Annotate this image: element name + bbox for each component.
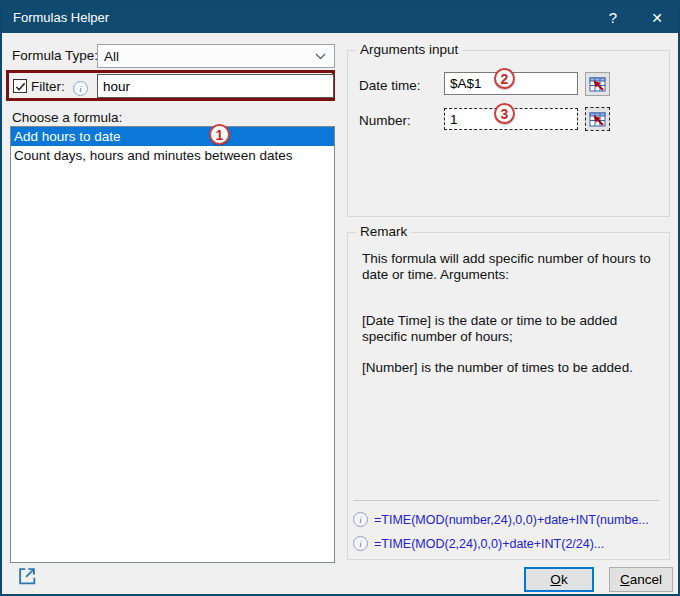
close-icon[interactable]: ✕ — [642, 2, 672, 33]
remark-paragraph: This formula will add specific number of… — [362, 251, 661, 283]
step-badge-2: 2 — [494, 68, 515, 89]
remark-text: This formula will add specific number of… — [362, 251, 661, 406]
remark-group-label: Remark — [356, 224, 411, 239]
formula-type-label: Formula Type: — [12, 48, 98, 63]
formulas-helper-dialog: Formulas Helper ? ✕ Formula Type: All Fi… — [0, 0, 680, 596]
list-item-add-hours[interactable]: Add hours to date — [11, 127, 334, 146]
formula-text: =TIME(MOD(number,24),0,0)+date+INT(numbe… — [374, 513, 649, 527]
remark-paragraph: [Date Time] is the date or time to be ad… — [362, 313, 661, 345]
formula-listbox[interactable]: Add hours to date Count days, hours and … — [10, 126, 335, 563]
formula-type-select[interactable]: All — [97, 44, 335, 68]
share-button[interactable] — [14, 564, 40, 590]
filter-input[interactable] — [97, 74, 334, 98]
divider — [353, 500, 659, 501]
titlebar: Formulas Helper — [2, 2, 678, 33]
filter-label: Filter: — [31, 79, 65, 94]
cancel-button[interactable]: Cancel — [609, 567, 673, 592]
ok-button[interactable]: Ok — [524, 567, 594, 592]
date-time-range-select-button[interactable] — [585, 72, 610, 96]
date-time-label: Date time: — [359, 78, 421, 93]
external-link-icon — [16, 565, 38, 587]
check-icon — [15, 81, 26, 92]
cancel-button-label: Cancel — [620, 572, 662, 587]
formula-example-concrete[interactable]: i =TIME(MOD(2,24),0,0)+date+INT(2/24)... — [353, 536, 665, 551]
choose-formula-label: Choose a formula: — [12, 110, 122, 125]
arguments-group-label: Arguments input — [356, 42, 462, 57]
remark-group: Remark This formula will add specific nu… — [347, 232, 670, 560]
range-select-icon — [589, 112, 606, 127]
number-range-select-button[interactable] — [585, 107, 610, 131]
formula-example-generic[interactable]: i =TIME(MOD(number,24),0,0)+date+INT(num… — [353, 512, 665, 527]
info-icon[interactable]: i — [73, 81, 88, 96]
formula-type-value: All — [98, 49, 315, 64]
list-item-count-days[interactable]: Count days, hours and minutes between da… — [11, 146, 334, 165]
range-select-icon — [589, 77, 606, 92]
help-button[interactable]: ? — [598, 2, 628, 33]
step-badge-3: 3 — [494, 103, 515, 124]
filter-checkbox[interactable] — [13, 79, 27, 93]
step-badge-1: 1 — [209, 124, 230, 145]
number-label: Number: — [359, 113, 411, 128]
ok-button-label: Ok — [550, 572, 567, 587]
chevron-down-icon — [315, 53, 334, 60]
info-icon[interactable]: i — [353, 512, 368, 527]
window-title: Formulas Helper — [2, 10, 109, 25]
formula-text: =TIME(MOD(2,24),0,0)+date+INT(2/24)... — [374, 537, 604, 551]
info-icon[interactable]: i — [353, 536, 368, 551]
remark-paragraph: [Number] is the number of times to be ad… — [362, 360, 661, 376]
